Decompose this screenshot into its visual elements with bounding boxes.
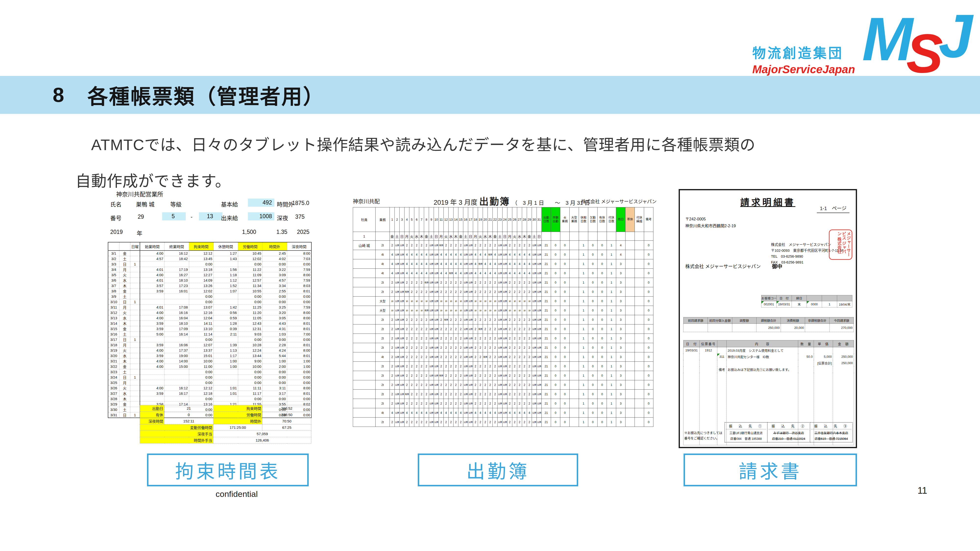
logo-romaji-label: MajorServiceJapan [752, 63, 855, 76]
table-row: 3/20水3:5919:0015:011:1713:445:448:01 [108, 353, 312, 359]
table-row: 4t4公休公休44444公休公休44444公休公休44444公休公休44444公… [353, 408, 654, 418]
invoice-thumbnail: 請求明細書 1-1 ページ 〒242-0005 神奈川県大和市西鶴間2-2-19… [679, 189, 857, 448]
logo-letter-m: M [862, 5, 913, 73]
table-row: 備考お振込みは下記振込先①にお願い致します。 [684, 366, 854, 373]
attendance-doc-name: 出勤簿 [479, 196, 510, 207]
timesheet-office: 神奈川共配営業所 [116, 189, 163, 198]
table-row: 3/14木3:5918:1014:111:2812:434:438:01 [108, 321, 312, 326]
table-row: 出勤日21拘束時間266:52 [140, 405, 312, 412]
table-row: 山崎 城2t2公休公休22222公休公休有休2222公休公休22222公休公休2… [353, 241, 654, 250]
slide-title-band: 8 各種帳票類（管理者用） [0, 76, 980, 114]
caption-attendance: 出勤簿 [418, 454, 578, 486]
attendance-title: 2019 年 3 月度 出勤簿 （ 3 月 1 日 ～ 3 月 31 日 [434, 194, 590, 207]
attendance-titlebar: 神奈川共配 2019 年 3 月度 出勤簿 （ 3 月 1 日 ～ 3 月 31… [353, 193, 657, 207]
table-row: 3/25月0:000:000:000:00 [108, 380, 312, 386]
table-row: 3/24日10:000:000:000:00 [108, 375, 312, 380]
table-row: 3/15金3:5917:0913:100:3912:314:318:01 [108, 326, 312, 332]
invoice-recipient: 株式会社 メジャーサービスジャパン御中 [685, 262, 782, 270]
table-row: 3/5火4:0016:2712:271:1811:093:098:00 [108, 272, 312, 278]
invoice-summary-table: 前回請求額前回分御入金額調整額課税額合計消費税額非課税額合計今回請求額250,0… [683, 317, 854, 332]
table-row: 3/19火4:0017:3713:371:1312:244:248:00 [108, 348, 312, 353]
table-row: 深夜時間152:11時間外70:50 [140, 418, 312, 424]
table-row: 3/8金3:5916:0112:021:0710:552:558:01 [108, 289, 312, 294]
table-row: 2t2公休公休22222公休公休有休2222公休公休22222公休公休22222… [353, 371, 654, 380]
table-row: 3/23土0:000:000:000:00 [108, 369, 312, 375]
table-row: 2t2公休公休22222公休公休22222公休公休22222公休公休22222公… [353, 418, 654, 427]
table-row: 3/28木0:000:000:000:00 [108, 396, 312, 402]
table-row: 深夜手当57,059 [140, 431, 312, 437]
table-row: 有休0労働時間238:50 [140, 412, 312, 418]
table-row: 4t4公休公休44444公休公休44444公休公休444有休4公休公休44444… [353, 250, 654, 259]
table-row: 2t2公休公休22222公休公休22222公休公休22222公休公休22222公… [353, 380, 654, 390]
timesheet-thumbnail: 神奈川共配営業所 氏名 巣鴨 城 等級 基本給 492 時間外 1875.0 番… [108, 189, 311, 453]
caption-timesheet: 拘束時間表 [147, 454, 309, 486]
attendance-date-range: （ 3 月 1 日 ～ 3 月 31 日 [512, 200, 590, 206]
table-row: 時間外手当126,406 [140, 437, 312, 443]
body-text-line2: 自動作成ができます。 [75, 168, 231, 191]
slide-page: 物流創造集団 MajorServiceJapan MSJ 8 各種帳票類（管理者… [0, 0, 980, 551]
slide-title: 各種帳票類（管理者用） [88, 80, 325, 110]
bank-box-1: 振 込 先 ① 三菱UFJ銀行青山通支店 店番084 普通 185388 [724, 422, 768, 443]
table-row: 大型10公休公休1010101010公休公休1010101010公休公休1010… [353, 297, 654, 306]
invoice-bank-boxes: 振 込 先 ① 三菱UFJ銀行青山通支店 店番084 普通 185388 振 込… [724, 422, 853, 443]
table-row: 3/12火4:0016:1612:160:5611:203:208:00 [108, 310, 312, 315]
table-row: 4t4公休公休44444公休公休44有休44公休公休44444公休公休44444… [353, 268, 654, 278]
table-row: 3/26火4:0016:1212:121:0111:113:118:00 [108, 386, 312, 391]
table-row: 1金土日月火水木金土日月火水木金土日月火水木金土日月火水木金土日 [353, 232, 654, 241]
table-row: 3/9土0:000:000:000:00 [108, 294, 312, 299]
table-row: 2t2公休公休22222公休公休2有休222公休公休22222公休公休22222… [353, 315, 654, 324]
table-row: 3/21木4:0014:0010:001:009:001:001:00 [108, 359, 312, 364]
table-row: 2t2公休公休22222公休公休22222公休公休22222公休公休22222公… [353, 334, 654, 343]
table-row: 2t2公休公休22222公休公休22222公休公休22222公休公休22222公… [353, 343, 654, 353]
timesheet-table: 日曜始業時間終業時間拘束時間休憩時間労働時間時間外深夜時間 3/1金4:0016… [108, 242, 312, 418]
table-row: 3/3日10:000:000:000:00 [108, 262, 312, 267]
table-row: 3/11月4:0117:0813:071:4211:253:257:59 [108, 305, 312, 310]
table-row: 大型10公休公休10101010有休公休公休1010101010公休公休1010… [353, 306, 654, 315]
timesheet-info: 氏名 巣鴨 城 等級 基本給 492 時間外 1875.0 番号 29 5 - … [108, 197, 311, 242]
invoice-recipient-address: 〒242-0005 神奈川県大和市西鶴間2-2-19 [685, 216, 736, 229]
bank-box-2: 振 込 先 ② みずほ銀行 渋谷支店 店番210 普通 0122024 [768, 422, 810, 443]
logo-kanji-label: 物流創造集団 [752, 42, 855, 62]
table-row: 4t4公休公休44444公休公休44444公休公休4有休444公休公休44444… [353, 259, 654, 268]
table-row: 2t2公休公休有休2222公休公休22222公休公休22222公休公休22222… [353, 287, 654, 297]
table-row: 3/6水4:0118:1014:091:1212:574:577:59 [108, 278, 312, 283]
table-row: 311神奈川共配センター様 ID数50.05,000250,000 [684, 354, 854, 360]
table-row: 3/27水3:5916:1712:181:0111:173:178:01 [108, 391, 312, 396]
table-row: [伝票合計]250,000 [684, 360, 854, 366]
table-row: 2t2公休公休22222公休公休22222公休公休22222公休公休22222公… [353, 399, 654, 408]
table-row: 3/22金4:0015:0011:001:0010:002:001:00 [108, 364, 312, 369]
invoice-customer-table: お客様コード日 付締日00200119/03/31末0000119/04/末 [761, 295, 852, 308]
bank-box-3: 振 込 先 ③ 三井住友銀行六本木支店 店番619 普通 7215064 [810, 422, 853, 443]
msj-logo: 物流創造集団 MajorServiceJapan MSJ [781, 20, 973, 78]
table-row: 日曜始業時間終業時間拘束時間休憩時間労働時間時間外深夜時間 [108, 242, 312, 251]
invoice-page-label: 1-1 ページ [817, 205, 850, 213]
table-row: 3/17日10:000:000:000:00 [108, 337, 312, 342]
caption-invoice: 請求書 [684, 454, 857, 486]
attendance-company: 株式会社 メジャーサービスジャパン [581, 198, 657, 205]
table-row: 3/13水4:0016:0412:040:5911:053:058:00 [108, 315, 312, 321]
attendance-thumbnail: 神奈川共配 2019 年 3 月度 出勤簿 （ 3 月 1 日 ～ 3 月 31… [353, 193, 657, 433]
table-row: 変動労働時間171:25:0067:25 [140, 424, 312, 431]
table-row: 3/7木3:5717:2313:261:5211:343:348:03 [108, 283, 312, 289]
table-row: 2t2公休公休2222有休公休公休22222公休公休22222公休公休22222… [353, 278, 654, 287]
company-seal-stamp: メジャーサービス ジャパン 株式会社 [829, 229, 852, 260]
table-row: 19/03/3119122019.03月度 システム使用料金として [684, 347, 854, 354]
table-row: 3/1金4:0016:1212:121:2710:452:458:00 [108, 251, 312, 256]
table-row: 3/10日10:000:000:000:00 [108, 299, 312, 305]
attendance-office: 神奈川共配 [353, 197, 380, 205]
slide-number: 8 [52, 83, 64, 107]
logo-letter-j: J [939, 2, 973, 70]
table-row: 3/2土4:5718:4213:451:4312:024:027:03 [108, 256, 312, 262]
table-row: 社員乗務123456789101112131415161718192021222… [353, 207, 654, 232]
table-row: 2t2公休公休22222公休公休22222公休公休2有休222公休公休22222… [353, 324, 654, 334]
page-number: 11 [918, 485, 927, 496]
attendance-table: 社員乗務123456789101112131415161718192021222… [353, 207, 654, 427]
table-row: 2t2公休公休有休2222公休公休22222公休公休22222公休公休22222… [353, 390, 654, 399]
timesheet-summary-table: 出勤日21拘束時間266:52有休0労働時間238:50深夜時間152:11時間… [140, 405, 312, 443]
logo-text: 物流創造集団 MajorServiceJapan [752, 42, 855, 76]
table-row: 2t2公休公休22222公休公休22222公休公休22222公休公休22222公… [353, 362, 654, 371]
table-row: 3/18月3:5916:0612:071:3910:282:288:01 [108, 342, 312, 348]
table-row: 3/16土5:0016:1411:142:119:031:037:00 [108, 332, 312, 337]
invoice-note: ※お振込先につきましては 番号をご確認ください。 [684, 430, 723, 441]
body-text-line1: ATMTCでは、日々のタブレット操作結果や読み込んだデータを基に、管理者用に各種… [91, 132, 755, 154]
